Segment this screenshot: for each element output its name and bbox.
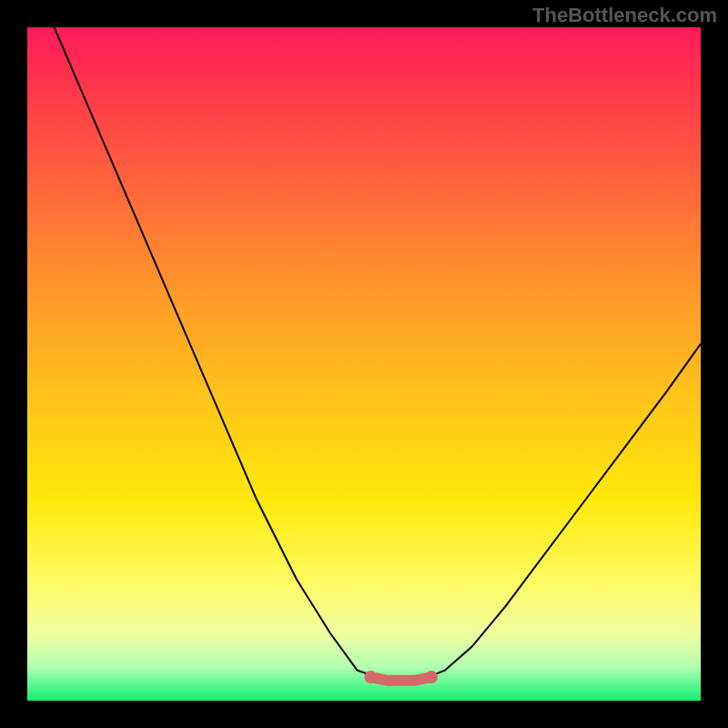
bottleneck-curve — [55, 27, 701, 681]
optimal-zone-dot — [425, 671, 438, 683]
chart-svg — [27, 27, 701, 701]
optimal-zone-marker — [370, 677, 431, 681]
plot-area — [27, 27, 701, 701]
watermark-text: TheBottleneck.com — [532, 4, 717, 27]
optimal-zone-dot — [364, 671, 377, 683]
